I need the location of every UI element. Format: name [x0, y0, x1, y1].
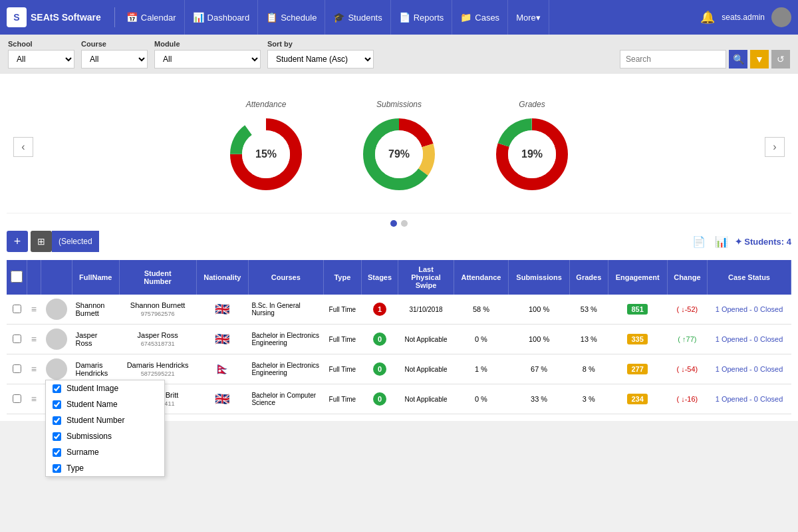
logo[interactable]: S SEAtS Software	[7, 7, 101, 27]
module-select[interactable]: All	[154, 50, 261, 68]
flag-icon: 🇳🇵	[215, 362, 229, 376]
pdf-export-button[interactable]: 📄	[690, 232, 708, 251]
header-last-swipe[interactable]: LastPhysicalSwipe	[398, 260, 454, 295]
grades-chart-label: Grades	[519, 100, 545, 109]
submissions-value: 79%	[388, 148, 410, 160]
row-avatar-cell	[41, 295, 72, 325]
school-select[interactable]: All	[8, 50, 74, 68]
carousel-next-button[interactable]: ›	[765, 137, 785, 157]
row-case-status[interactable]: 1 Opened - 0 Closed	[707, 384, 791, 414]
columns-button[interactable]: ⊞	[31, 231, 52, 252]
students-count: ✦ Students: 4	[735, 237, 791, 247]
search-input[interactable]	[620, 50, 726, 68]
sort-select[interactable]: Student Name (Asc)	[267, 50, 374, 68]
school-label: School	[8, 40, 74, 48]
row-nationality: 🇳🇵	[196, 354, 248, 384]
header-submissions[interactable]: Submissions	[509, 260, 570, 295]
header-courses[interactable]: Courses	[248, 260, 323, 295]
header-change[interactable]: Change	[667, 260, 707, 295]
row-checkbox-cell[interactable]	[7, 354, 27, 384]
header-student-number[interactable]: StudentNumber	[119, 260, 196, 295]
case-link[interactable]: 1 Opened - 0 Closed	[716, 305, 783, 313]
row-attendance: 0 %	[454, 384, 508, 414]
row-checkbox-cell[interactable]	[7, 295, 27, 325]
column-checkbox-submissions[interactable]	[53, 432, 61, 441]
column-picker-item[interactable]: Student Image	[46, 380, 164, 396]
header-case-status[interactable]: Case Status	[707, 260, 791, 295]
course-label: Course	[81, 40, 148, 48]
row-case-status[interactable]: 1 Opened - 0 Closed	[707, 325, 791, 354]
row-handle-cell[interactable]: ≡	[27, 354, 41, 384]
row-last-swipe: Not Applicable	[398, 325, 454, 354]
case-link[interactable]: 1 Opened - 0 Closed	[716, 335, 783, 343]
carousel-prev-button[interactable]: ‹	[13, 137, 33, 157]
search-button[interactable]: 🔍	[729, 50, 747, 68]
course-select[interactable]: All	[81, 50, 148, 68]
avatar[interactable]	[771, 7, 791, 27]
column-picker-dropdown: Student Image Student Name Student Numbe…	[45, 380, 165, 477]
add-button[interactable]: +	[7, 231, 28, 252]
row-checkbox-cell[interactable]	[7, 325, 27, 354]
header-engagement[interactable]: Engagement	[608, 260, 667, 295]
row-stage: 0	[361, 325, 398, 354]
nav-more[interactable]: More ▾	[508, 0, 549, 35]
reset-button[interactable]: ↺	[771, 50, 790, 68]
column-checkbox-number[interactable]	[53, 416, 61, 425]
row-case-status[interactable]: 1 Opened - 0 Closed	[707, 295, 791, 325]
engagement-badge: 851	[627, 304, 647, 315]
cases-icon: 📁	[460, 12, 471, 23]
row-engagement: 277	[608, 354, 667, 384]
excel-export-button[interactable]: 📊	[712, 232, 731, 251]
column-checkbox-type[interactable]	[53, 464, 61, 473]
row-handle-cell[interactable]: ≡	[27, 295, 41, 325]
nav-students[interactable]: 🎓 Students	[325, 0, 390, 35]
column-checkbox-image[interactable]	[53, 384, 61, 393]
row-type: Full Time	[323, 325, 361, 354]
engagement-badge: 234	[627, 394, 647, 404]
column-picker-item[interactable]: Student Name	[46, 396, 164, 412]
header-type[interactable]: Type	[323, 260, 361, 295]
attendance-donut: 15%	[226, 114, 306, 194]
stage-badge: 0	[373, 362, 386, 376]
row-handle-cell[interactable]: ≡	[27, 325, 41, 354]
column-picker-item[interactable]: Student Number	[46, 412, 164, 428]
case-link[interactable]: 1 Opened - 0 Closed	[716, 365, 783, 373]
stage-badge: 1	[373, 303, 386, 316]
carousel-dot-1[interactable]	[390, 220, 397, 227]
column-checkbox-name[interactable]	[53, 400, 61, 409]
header-checkbox[interactable]	[7, 260, 27, 295]
row-engagement: 335	[608, 325, 667, 354]
case-link[interactable]: 1 Opened - 0 Closed	[716, 395, 783, 403]
column-picker-list: Student Image Student Name Student Numbe…	[46, 380, 164, 476]
header-attendance[interactable]: Attendance	[454, 260, 508, 295]
nav-cases[interactable]: 📁 Cases	[452, 0, 508, 35]
header-nationality[interactable]: Nationality	[196, 260, 248, 295]
flag-icon: 🇬🇧	[215, 303, 229, 316]
header-grades[interactable]: Grades	[570, 260, 608, 295]
row-name-split: ShannonBurnett	[72, 295, 119, 325]
column-picker-item[interactable]: Type	[46, 460, 164, 476]
column-picker-item[interactable]: Surname	[46, 444, 164, 460]
header-stages[interactable]: Stages	[361, 260, 398, 295]
column-checkbox-surname[interactable]	[53, 448, 61, 457]
row-fullname: Shannon Burnett9757962576	[119, 295, 196, 325]
nav-reports[interactable]: 📄 Reports	[391, 0, 453, 35]
nav-schedule[interactable]: 📋 Schedule	[258, 0, 325, 35]
header-fullname[interactable]: FullName	[72, 260, 119, 295]
row-fullname: Jasper Ross6745318731	[119, 325, 196, 354]
row-course: Bachelor in Electronics Engineering	[248, 325, 323, 354]
carousel-dot-2[interactable]	[401, 220, 408, 227]
row-checkbox-cell[interactable]	[7, 384, 27, 414]
stage-badge: 0	[373, 392, 386, 406]
row-case-status[interactable]: 1 Opened - 0 Closed	[707, 354, 791, 384]
toolbar: + ⊞ (Selected 📄 📊 ✦ Students: 4	[7, 227, 791, 256]
nav-calendar[interactable]: 📅 Calendar	[118, 0, 185, 35]
nav-dashboard[interactable]: 📊 Dashboard	[185, 0, 259, 35]
column-picker-item[interactable]: Submissions	[46, 428, 164, 444]
course-filter-group: Course All	[81, 40, 148, 68]
change-value: ( ↓-52)	[676, 305, 698, 313]
notification-bell-icon[interactable]: 🔔	[700, 10, 715, 25]
row-handle-cell[interactable]: ≡	[27, 384, 41, 414]
filter-button[interactable]: ▼	[750, 50, 769, 68]
row-grades: 13 %	[570, 325, 608, 354]
